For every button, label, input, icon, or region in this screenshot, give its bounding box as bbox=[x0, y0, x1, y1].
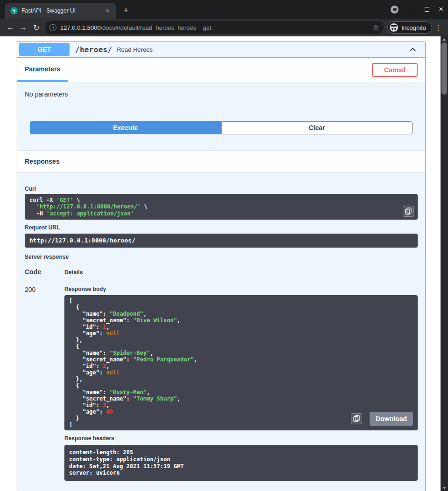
incognito-icon bbox=[390, 23, 398, 32]
parameters-body: No parameters bbox=[17, 82, 425, 98]
scrollbar-thumb[interactable] bbox=[441, 42, 447, 95]
response-details-cell: Response body [ { "name": "Deadpond", "s… bbox=[64, 286, 418, 481]
forward-button[interactable]: → bbox=[17, 21, 30, 34]
url-bar[interactable]: i 127.0.0.1:8000/docs#/default/read_hero… bbox=[45, 21, 384, 34]
close-button[interactable]: × bbox=[434, 0, 448, 19]
response-body-block: [ { "name": "Deadpond", "secret_name": "… bbox=[64, 295, 418, 430]
swagger-page: GET /heroes/ Read Heroes Parameters Canc… bbox=[0, 36, 448, 491]
responses-body: Curl curl -X 'GET' \ 'http://127.0.0.1:8… bbox=[17, 173, 425, 491]
details-column-header: Details bbox=[64, 268, 83, 276]
tab-parameters[interactable]: Parameters bbox=[17, 58, 68, 82]
execute-button[interactable]: Execute bbox=[30, 121, 221, 134]
browser-menu-icon[interactable]: ⋮ bbox=[432, 23, 444, 32]
request-url-block: http://127.0.0.1:8000/heroes/ bbox=[25, 234, 418, 248]
back-button[interactable]: ← bbox=[4, 21, 17, 34]
nav-bar: ← → ↻ i 127.0.0.1:8000/docs#/default/rea… bbox=[0, 19, 448, 36]
no-parameters-text: No parameters bbox=[25, 90, 418, 98]
maximize-icon bbox=[425, 7, 429, 12]
window-controls: – × bbox=[391, 0, 448, 19]
reload-button[interactable]: ↻ bbox=[30, 21, 43, 34]
operation-content: GET /heroes/ Read Heroes Parameters Canc… bbox=[17, 41, 426, 491]
browser-tab[interactable]: ϟ FastAPI - Swagger UI × bbox=[5, 3, 116, 19]
tab-title: FastAPI - Swagger UI bbox=[21, 7, 100, 14]
profile-glyph-icon bbox=[393, 8, 397, 11]
tab-close-icon[interactable]: × bbox=[104, 7, 112, 15]
url-path: /docs#/default/read_heroes_heroes__get bbox=[101, 24, 211, 31]
parameters-header: Parameters Cancel bbox=[17, 58, 425, 82]
response-body-label: Response body bbox=[64, 286, 418, 292]
execute-row: Execute Clear bbox=[17, 98, 425, 150]
responses-section-title: Responses bbox=[17, 150, 425, 173]
response-row-200: 200 Response body [ { "name": "Deadpond"… bbox=[25, 286, 418, 481]
page-scrollbar[interactable] bbox=[441, 36, 448, 491]
clipboard-icon bbox=[353, 415, 360, 422]
maximize-button[interactable] bbox=[420, 0, 434, 19]
incognito-hat-shape bbox=[391, 25, 397, 27]
curl-code-block: curl -X 'GET' \ 'http://127.0.0.1:8000/h… bbox=[25, 194, 418, 220]
operation-block: GET /heroes/ Read Heroes Parameters Canc… bbox=[17, 41, 426, 491]
download-button[interactable]: Download bbox=[370, 412, 413, 426]
responses-table-head: Code Details bbox=[25, 268, 418, 276]
clear-button[interactable]: Clear bbox=[221, 121, 413, 134]
request-url-label: Request URL bbox=[25, 224, 418, 231]
bookmark-star-icon[interactable]: ☆ bbox=[370, 23, 379, 32]
minimize-button[interactable]: – bbox=[406, 0, 420, 19]
chevron-up-icon[interactable] bbox=[410, 48, 416, 54]
fastapi-favicon-icon: ϟ bbox=[10, 7, 18, 14]
scroll-down-icon[interactable] bbox=[442, 487, 446, 489]
curl-label: Curl bbox=[25, 186, 418, 192]
incognito-profile-icon[interactable] bbox=[391, 6, 399, 14]
method-badge: GET bbox=[19, 43, 70, 56]
operation-header[interactable]: GET /heroes/ Read Heroes bbox=[17, 41, 425, 58]
url-text: 127.0.0.1:8000/docs#/default/read_heroes… bbox=[60, 24, 366, 31]
response-body-actions: Download bbox=[351, 412, 413, 426]
tab-strip: ϟ FastAPI - Swagger UI × + – × bbox=[0, 0, 448, 19]
response-headers-block: content-length: 205content-type: applica… bbox=[64, 445, 418, 481]
server-response-label: Server response bbox=[25, 254, 418, 260]
site-info-icon[interactable]: i bbox=[49, 24, 56, 31]
copy-response-button[interactable] bbox=[351, 413, 362, 424]
clipboard-icon bbox=[405, 207, 412, 215]
cancel-button[interactable]: Cancel bbox=[372, 63, 418, 77]
code-column-header: Code bbox=[25, 268, 64, 276]
incognito-label: Incognito bbox=[401, 24, 426, 31]
response-status-code: 200 bbox=[25, 286, 64, 481]
incognito-glasses-shape bbox=[392, 28, 393, 30]
scroll-up-icon[interactable] bbox=[442, 38, 446, 41]
url-host: 127.0.0.1:8000 bbox=[60, 24, 101, 31]
operation-summary: Read Heroes bbox=[112, 46, 153, 53]
operation-path: /heroes/ bbox=[70, 45, 112, 54]
browser-window: ϟ FastAPI - Swagger UI × + – × ← → ↻ i 1… bbox=[0, 0, 448, 491]
copy-curl-button[interactable] bbox=[403, 206, 414, 217]
response-headers-label: Response headers bbox=[64, 435, 418, 442]
new-tab-button[interactable]: + bbox=[119, 4, 133, 17]
incognito-badge: Incognito bbox=[387, 21, 432, 34]
